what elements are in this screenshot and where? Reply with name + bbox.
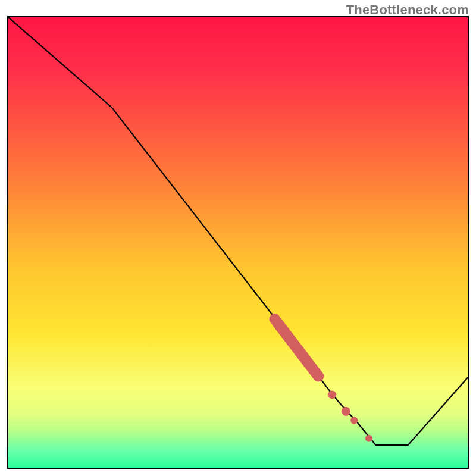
chart-container: TheBottleneck.com [0,0,476,476]
marker-dot-1 [328,391,336,399]
marker-dot-2 [342,407,350,416]
marker-dot-3 [350,416,358,424]
plot-area [7,16,469,469]
gradient-background [8,17,468,468]
chart-svg [8,17,468,468]
marker-dot-4 [365,435,372,442]
